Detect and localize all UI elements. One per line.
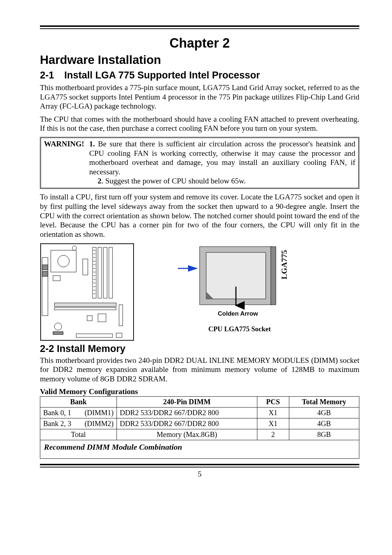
svg-rect-25 xyxy=(54,308,116,310)
section-2-1-number: 2-1 xyxy=(40,70,54,81)
section-2-2-title: 2-2 Install Memory xyxy=(40,343,359,355)
warning-label: WARNING! xyxy=(44,139,84,177)
svg-point-3 xyxy=(72,246,77,250)
figure-row: LGA775 Colden Arrow CPU LGA775 Socket xyxy=(40,243,359,341)
motherboard-diagram xyxy=(40,243,134,341)
hardware-installation-heading: Hardware Installation xyxy=(40,53,359,67)
svg-rect-26 xyxy=(98,314,106,322)
bottom-rule xyxy=(40,464,359,467)
dimm-cell: DDR2 533/DDR2 667/DDR2 800 xyxy=(117,408,257,418)
valid-memory-caption: Valid Memory Configurations xyxy=(40,387,359,396)
svg-rect-6 xyxy=(103,247,107,298)
svg-point-2 xyxy=(58,255,69,267)
cpu-socket-caption: CPU LGA775 Socket xyxy=(178,325,301,333)
table-header-row: Bank 240-Pin DIMM PCS Total Memory xyxy=(40,397,359,408)
svg-rect-28 xyxy=(119,305,123,326)
bank-left: Bank 2, 3 xyxy=(43,420,71,428)
page-number: 5 xyxy=(40,470,359,479)
th-bank: Bank xyxy=(40,397,117,408)
total-cell: 8GB xyxy=(289,429,359,440)
th-total: Total Memory xyxy=(289,397,359,408)
lga775-label: LGA775 xyxy=(279,250,289,279)
svg-rect-22 xyxy=(42,265,48,270)
pcs-cell: 2 xyxy=(257,429,289,440)
bank-left: Total xyxy=(40,429,117,440)
table-row: Total Memory (Max.8GB) 2 8GB xyxy=(40,429,359,440)
th-pcs: PCS xyxy=(257,397,289,408)
svg-rect-27 xyxy=(87,316,92,321)
colden-arrow-label: Colden Arrow xyxy=(218,310,258,317)
total-cell: 4GB xyxy=(289,408,359,418)
paragraph-1: This motherboard provides a 775-pin surf… xyxy=(40,83,359,111)
warning-box: WARNING! 1. Be sure that there is suffic… xyxy=(40,137,359,189)
dimm-cell: Memory (Max.8GB) xyxy=(117,429,257,440)
top-rule xyxy=(40,25,359,29)
bank-left: Bank 0, 1 xyxy=(43,409,71,417)
svg-rect-32 xyxy=(53,332,63,335)
bank-right: (DIMM2) xyxy=(85,420,114,428)
paragraph-3: To install a CPU, first turn off your sy… xyxy=(40,193,359,239)
cpu-socket-diagram: LGA775 Colden Arrow CPU LGA775 Socket xyxy=(178,243,301,333)
warning-item-1: Be sure that there is sufficient air cir… xyxy=(89,139,355,176)
svg-rect-39 xyxy=(271,247,276,305)
bank-right: (DIMM1) xyxy=(85,409,114,417)
th-dimm: 240-Pin DIMM xyxy=(117,397,257,408)
memory-table: Bank 240-Pin DIMM PCS Total Memory Bank … xyxy=(40,396,359,440)
svg-rect-23 xyxy=(42,271,48,276)
paragraph-2: The CPU that comes with the motherboard … xyxy=(40,115,359,133)
section-2-1-title: Install LGA 775 Supported Intel Processo… xyxy=(64,70,260,81)
pcs-cell: X1 xyxy=(257,418,289,429)
svg-rect-4 xyxy=(93,247,96,298)
warning-item-2-prefix: 2 xyxy=(98,177,102,185)
total-cell: 4GB xyxy=(289,418,359,429)
svg-point-31 xyxy=(54,323,62,330)
svg-rect-34 xyxy=(83,259,88,275)
svg-rect-24 xyxy=(54,303,116,307)
svg-rect-29 xyxy=(76,334,113,337)
dimm-cell: DDR2 533/DDR2 667/DDR2 800 xyxy=(117,418,257,429)
warning-item-1-prefix: 1. xyxy=(89,139,95,148)
pcs-cell: X1 xyxy=(257,408,289,418)
svg-rect-30 xyxy=(116,333,122,337)
paragraph-4: This motherboard provides two 240-pin DD… xyxy=(40,356,359,384)
svg-rect-5 xyxy=(98,247,102,298)
chapter-title: Chapter 2 xyxy=(40,36,359,51)
table-row: Bank 2, 3(DIMM2) DDR2 533/DDR2 667/DDR2 … xyxy=(40,418,359,429)
svg-rect-33 xyxy=(53,276,60,281)
svg-rect-7 xyxy=(109,247,113,298)
warning-item-2: . Suggest the power of CPU should below … xyxy=(102,177,246,185)
table-row: Bank 0, 1(DIMM1) DDR2 533/DDR2 667/DDR2 … xyxy=(40,408,359,418)
recommend-box: Recommend DIMM Module Combination xyxy=(40,440,359,459)
